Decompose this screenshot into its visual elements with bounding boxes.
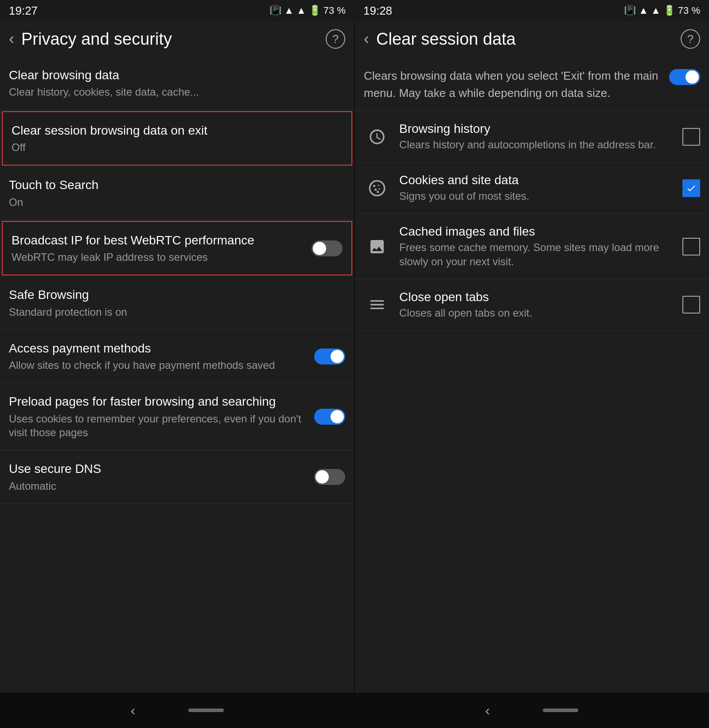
broadcast-ip-toggle-knob (313, 242, 326, 255)
cookies-site-data-checkbox[interactable] (682, 179, 700, 197)
access-payment-item[interactable]: Access payment methods Allow sites to ch… (0, 330, 354, 383)
right-status-icons: 📳 ▲ ▲ 🔋 73 % (624, 5, 700, 16)
safe-browsing-subtitle: Standard protection is on (9, 305, 345, 319)
right-nav-back-button[interactable]: ‹ (485, 702, 490, 719)
secure-dns-subtitle: Automatic (9, 479, 314, 493)
cookies-site-data-subtitle: Signs you out of most sites. (399, 189, 675, 203)
left-settings-list: Clear browsing data Clear history, cooki… (0, 57, 354, 693)
access-payment-toggle-knob (331, 350, 344, 363)
right-help-button[interactable]: ? (681, 29, 700, 49)
left-header: ‹ Privacy and security ? (0, 21, 354, 57)
touch-to-search-subtitle: On (9, 195, 345, 209)
clock-icon (364, 124, 390, 150)
broadcast-ip-subtitle: WebRTC may leak IP address to services (12, 250, 312, 264)
left-back-button[interactable]: ‹ (9, 31, 14, 47)
broadcast-ip-title: Broadcast IP for best WebRTC performance (12, 232, 312, 248)
cached-images-subtitle: Frees some cache memory. Some sites may … (399, 240, 675, 268)
browsing-history-checkbox[interactable] (682, 128, 700, 146)
right-status-bar: 19:28 📳 ▲ ▲ 🔋 73 % (354, 0, 709, 21)
right-time: 19:28 (363, 4, 392, 18)
wifi-icon: ▲ (284, 5, 294, 16)
preload-pages-toggle-knob (331, 410, 344, 423)
touch-to-search-item[interactable]: Touch to Search On (0, 167, 354, 220)
battery-icon: 🔋 (309, 5, 321, 16)
right-screen-panel: ‹ Clear session data ? Clears browsing d… (355, 21, 709, 693)
left-status-bar: 19:27 📳 ▲ ▲ 🔋 73 % (0, 0, 354, 21)
left-nav-back-button[interactable]: ‹ (131, 702, 136, 719)
clear-browsing-data-title: Clear browsing data (9, 67, 345, 83)
preload-pages-title: Preload pages for faster browsing and se… (9, 394, 314, 410)
svg-point-1 (373, 185, 375, 187)
browsing-history-subtitle: Clears history and autocompletions in th… (399, 138, 675, 151)
right-settings-list: Clears browsing data when you select 'Ex… (355, 57, 709, 693)
svg-point-5 (377, 191, 379, 193)
left-battery: 73 % (323, 5, 346, 16)
clear-browsing-data-subtitle: Clear history, cookies, site data, cache… (9, 85, 345, 99)
vibrate-icon-r: 📳 (624, 5, 636, 16)
cached-images-title: Cached images and files (399, 225, 675, 239)
vibrate-icon: 📳 (269, 5, 281, 16)
svg-point-3 (374, 189, 377, 191)
close-open-tabs-subtitle: Closes all open tabs on exit. (399, 306, 675, 320)
secure-dns-title: Use secure DNS (9, 461, 314, 477)
clear-session-description: Clears browsing data when you select 'Ex… (364, 67, 660, 102)
image-icon (364, 233, 390, 260)
secure-dns-toggle[interactable] (314, 469, 345, 485)
cookies-site-data-title: Cookies and site data (399, 173, 675, 187)
close-open-tabs-item[interactable]: Close open tabs Closes all open tabs on … (355, 279, 709, 331)
access-payment-title: Access payment methods (9, 341, 314, 356)
clear-browsing-data-item[interactable]: Clear browsing data Clear history, cooki… (0, 57, 354, 110)
tabs-icon (364, 291, 390, 318)
clear-session-main-toggle-knob (686, 70, 699, 84)
close-open-tabs-title: Close open tabs (399, 290, 675, 304)
close-open-tabs-checkbox[interactable] (682, 296, 700, 314)
browsing-history-item[interactable]: Browsing history Clears history and auto… (355, 111, 709, 163)
battery-icon-r: 🔋 (663, 5, 675, 16)
cookie-icon (364, 175, 390, 201)
left-screen-panel: ‹ Privacy and security ? Clear browsing … (0, 21, 354, 693)
clear-session-data-item[interactable]: Clear session browsing data on exit Off (2, 111, 352, 166)
right-nav-home-pill[interactable] (543, 709, 578, 712)
broadcast-ip-toggle[interactable] (312, 240, 343, 256)
secure-dns-toggle-knob (316, 470, 329, 484)
left-status-icons: 📳 ▲ ▲ 🔋 73 % (269, 5, 346, 16)
signal-icon-r: ▲ (651, 5, 661, 16)
cookies-site-data-item[interactable]: Cookies and site data Signs you out of m… (355, 163, 709, 214)
right-page-title: Clear session data (376, 30, 681, 49)
preload-pages-toggle[interactable] (314, 409, 345, 425)
svg-point-2 (378, 184, 379, 186)
preload-pages-item[interactable]: Preload pages for faster browsing and se… (0, 383, 354, 450)
preload-pages-subtitle: Uses cookies to remember your preference… (9, 412, 314, 439)
broadcast-ip-item[interactable]: Broadcast IP for best WebRTC performance… (2, 221, 352, 276)
clear-session-data-title: Clear session browsing data on exit (12, 123, 343, 139)
wifi-icon-r: ▲ (639, 5, 648, 16)
left-bottom-bar: ‹ (0, 693, 354, 728)
svg-point-0 (370, 181, 384, 195)
secure-dns-item[interactable]: Use secure DNS Automatic (0, 450, 354, 504)
svg-point-4 (378, 188, 380, 190)
touch-to-search-title: Touch to Search (9, 177, 345, 193)
signal-icon: ▲ (296, 5, 306, 16)
right-header: ‹ Clear session data ? (355, 21, 709, 57)
right-back-button[interactable]: ‹ (364, 31, 369, 47)
safe-browsing-title: Safe Browsing (9, 287, 345, 303)
clear-session-data-subtitle: Off (12, 140, 343, 154)
clear-session-main-toggle[interactable] (669, 69, 700, 85)
left-time: 19:27 (9, 4, 38, 18)
access-payment-toggle[interactable] (314, 349, 345, 364)
right-battery: 73 % (678, 5, 700, 16)
cached-images-item[interactable]: Cached images and files Frees some cache… (355, 214, 709, 279)
browsing-history-title: Browsing history (399, 122, 675, 136)
safe-browsing-item[interactable]: Safe Browsing Standard protection is on (0, 276, 354, 330)
left-page-title: Privacy and security (21, 30, 326, 49)
left-help-button[interactable]: ? (326, 29, 345, 49)
clear-session-description-row: Clears browsing data when you select 'Ex… (355, 57, 709, 111)
left-nav-home-pill[interactable] (188, 709, 224, 712)
access-payment-subtitle: Allow sites to check if you have payment… (9, 358, 314, 372)
cached-images-checkbox[interactable] (682, 238, 700, 256)
right-bottom-bar: ‹ (354, 693, 709, 728)
